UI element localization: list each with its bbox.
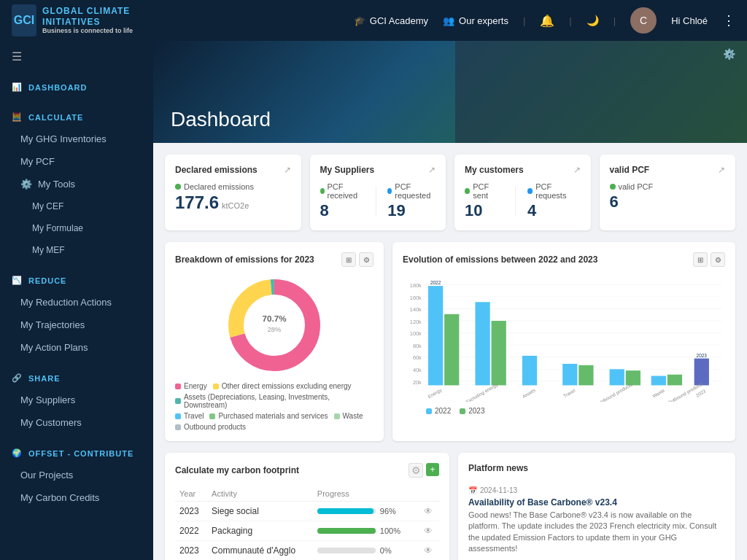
suppliers-card-body: PCF received 8 PCF requested 19 — [320, 182, 436, 220]
svg-text:60k: 60k — [413, 354, 422, 361]
footprint-controls: ⚙ + — [409, 463, 439, 478]
declared-emissions-card: Declared emissions ↗ Declared emissions … — [165, 155, 301, 230]
svg-rect-25 — [475, 302, 489, 385]
username-label: Hi Chloé — [671, 15, 708, 26]
moon-icon[interactable]: 🌙 — [587, 15, 599, 26]
app-header: GCI GLOBAL CLIMATE INITIATIVES Business … — [0, 0, 747, 41]
sidebar-item-cef[interactable]: My CEF — [0, 195, 153, 217]
brand-sub: Business is connected to life — [42, 27, 158, 35]
row-eye[interactable]: 👁 — [419, 521, 439, 541]
footprint-add-button[interactable]: + — [426, 463, 439, 476]
donut-chart-title: Breakdown of emissions for 2023 — [175, 254, 314, 265]
summary-row: Declared emissions ↗ Declared emissions … — [165, 155, 735, 230]
declared-value: 177.6 — [175, 192, 219, 213]
calculate-icon: 🧮 — [12, 112, 23, 122]
footprint-title: Calculate my carbon footprint — [175, 465, 299, 475]
sidebar-header-dashboard[interactable]: 📊 DASHBOARD — [0, 77, 153, 98]
sidebar-header-offset[interactable]: 🌍 OFFSET - CONTRIBUTE — [0, 443, 153, 464]
notification-icon[interactable]: 🔔 — [540, 14, 554, 28]
donut-expand-button[interactable]: ⊞ — [341, 252, 356, 267]
legend-dot-waste — [334, 413, 340, 419]
pcf-received-value: 8 — [320, 201, 364, 220]
declared-card-link[interactable]: ↗ — [284, 165, 291, 175]
donut-svg: 70.7% 28% — [223, 274, 325, 376]
svg-rect-26 — [492, 321, 506, 385]
sidebar-item-mef[interactable]: My MEF — [0, 239, 153, 261]
experts-button[interactable]: 👥 Our experts — [443, 15, 508, 26]
sidebar-header-reduce[interactable]: 📉 REDUCE — [0, 270, 153, 291]
customers-card-link[interactable]: ↗ — [573, 165, 581, 175]
gci-academy-button[interactable]: 🎓 GCI Academy — [354, 15, 428, 26]
svg-text:Energy: Energy — [427, 387, 443, 400]
valid-pcf-label: valid PCF — [610, 182, 654, 191]
donut-container: 70.7% 28% — [175, 274, 374, 376]
sidebar-item-tools[interactable]: ⚙️ My Tools — [0, 173, 153, 195]
more-menu-button[interactable]: ⋮ — [722, 12, 735, 28]
suppliers-card-link[interactable]: ↗ — [428, 165, 436, 175]
donut-settings-button[interactable]: ⚙ — [359, 252, 374, 267]
user-avatar[interactable]: C — [630, 7, 657, 34]
bar-expand-button[interactable]: ⊞ — [693, 252, 708, 267]
legend-purchased: Purchased materials and services — [209, 412, 328, 420]
row-activity: Packaging — [207, 521, 313, 541]
share-label: SHARE — [28, 374, 61, 383]
sidebar-item-formulae[interactable]: My Formulae — [0, 217, 153, 239]
hamburger-button[interactable]: ☰ — [0, 41, 153, 72]
sidebar-item-trajectories[interactable]: My Trajectories — [0, 314, 153, 336]
sidebar-item-credits[interactable]: My Carbon Credits — [0, 486, 153, 509]
legend-assets: Assets (Depreciations, Leasing, Investme… — [175, 393, 374, 409]
footprint-header: Calculate my carbon footprint ⚙ + — [175, 463, 439, 478]
news-item-title[interactable]: Availability of Base Carbone® v23.4 — [468, 497, 725, 508]
sidebar-item-customers[interactable]: My Customers — [0, 411, 153, 434]
hero-settings-icon[interactable]: ⚙️ — [723, 48, 735, 60]
news-item-body: Good news! The Base Carbone® v23.4 is no… — [468, 510, 725, 555]
sidebar-item-suppliers[interactable]: My Suppliers — [0, 389, 153, 411]
bar-dot-2023 — [460, 408, 465, 414]
sidebar-item-ghg[interactable]: My GHG Inventories — [0, 128, 153, 150]
sidebar-header-share[interactable]: 🔗 SHARE — [0, 368, 153, 389]
formulae-label: My Formulae — [32, 223, 83, 233]
dashboard-label: DASHBOARD — [28, 83, 88, 92]
sidebar: ☰ 📊 DASHBOARD 🧮 CALCULATE My GHG Invento… — [0, 41, 153, 560]
pcf-received-stat: PCF received 8 — [320, 182, 364, 220]
bar-settings-button[interactable]: ⚙ — [711, 252, 725, 267]
table-row: 2023 Communauté d'Agglo 0% 👁 — [175, 541, 439, 561]
pcf-requested-dot — [387, 188, 392, 194]
svg-text:40k: 40k — [413, 367, 422, 373]
sidebar-item-pcf[interactable]: My PCF — [0, 150, 153, 173]
stat-divider — [376, 187, 376, 216]
suppliers-label: My Suppliers — [20, 394, 75, 405]
legend-travel: Travel — [175, 412, 204, 420]
donut-chart-controls: ⊞ ⚙ — [341, 252, 374, 267]
academy-icon: 🎓 — [354, 15, 365, 26]
svg-text:2022: 2022 — [430, 280, 441, 285]
ghg-label: My GHG Inventories — [20, 133, 107, 144]
sidebar-item-action-plans[interactable]: My Action Plans — [0, 336, 153, 359]
customers-label: My Customers — [20, 417, 82, 428]
row-eye[interactable]: 👁 — [419, 541, 439, 561]
svg-rect-32 — [651, 376, 666, 386]
tools-icon: ⚙️ — [20, 179, 32, 190]
valid-pcf-link[interactable]: ↗ — [718, 165, 725, 175]
legend-other: Other direct emissions excluding energy — [213, 382, 352, 390]
offset-icon: 🌍 — [12, 448, 23, 458]
sidebar-item-projects[interactable]: Our Projects — [0, 464, 153, 486]
sidebar-header-calculate[interactable]: 🧮 CALCULATE — [0, 106, 153, 128]
legend-label-waste: Waste — [343, 412, 363, 420]
svg-text:100k: 100k — [410, 330, 422, 337]
offset-label: OFFSET - CONTRIBUTE — [28, 449, 133, 458]
declared-card-body: Declared emissions 177.6 ktCO2e — [175, 182, 291, 213]
legend-energy: Energy — [175, 382, 207, 390]
valid-pcf-title: valid PCF — [610, 165, 650, 175]
pcf-sent-value: 10 — [465, 201, 503, 220]
pcf-requested-stat: PCF requested 19 — [387, 182, 436, 220]
row-progress: 96% — [313, 502, 419, 521]
footprint-settings-button[interactable]: ⚙ — [409, 463, 423, 478]
action-plans-label: My Action Plans — [20, 342, 88, 353]
declared-stat: Declared emissions 177.6 ktCO2e — [175, 182, 254, 213]
row-progress: 0% — [313, 541, 419, 561]
bar-chart-header: Evolution of emissions between 2022 and … — [403, 252, 725, 267]
row-eye[interactable]: 👁 — [419, 502, 439, 521]
sidebar-item-reduction[interactable]: My Reduction Actions — [0, 291, 153, 314]
pcf-requests-stat: PCF requests 4 — [527, 182, 581, 220]
